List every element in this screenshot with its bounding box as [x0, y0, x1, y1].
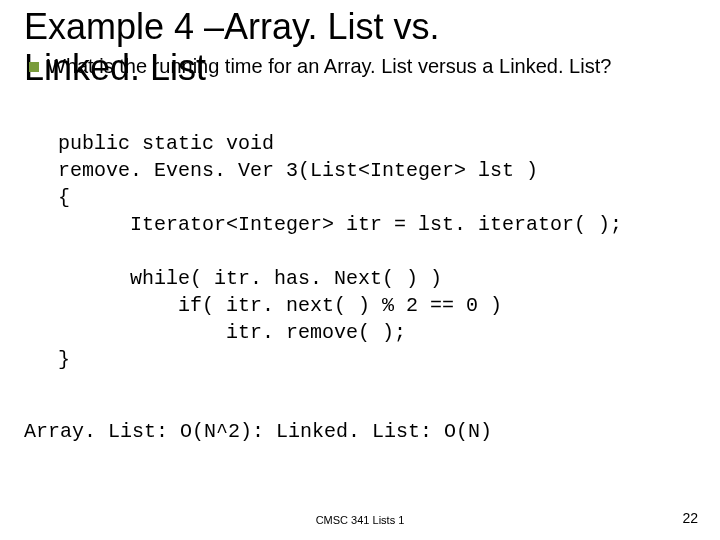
title-line-1: Example 4 –Array. List vs. [24, 6, 704, 47]
slide: Example 4 –Array. List vs. Linked. List … [0, 0, 720, 540]
code-block: public static void remove. Evens. Ver 3(… [58, 130, 622, 373]
square-bullet-icon [29, 62, 39, 72]
code-line: } [58, 348, 70, 371]
code-line: { [58, 186, 70, 209]
code-line: if( itr. next( ) % 2 == 0 ) [58, 294, 502, 317]
footer-center: CMSC 341 Lists 1 [0, 514, 720, 526]
title-line-2-wrap: Linked. List What is the running time fo… [24, 47, 704, 89]
bullet-row: What is the running time for an Array. L… [29, 55, 611, 78]
code-line: remove. Evens. Ver 3(List<Integer> lst ) [58, 159, 538, 182]
code-line: while( itr. has. Next( ) ) [58, 267, 442, 290]
bullet-text: What is the running time for an Array. L… [47, 55, 611, 78]
page-number: 22 [682, 510, 698, 526]
slide-title: Example 4 –Array. List vs. Linked. List … [24, 6, 704, 89]
code-line: itr. remove( ); [58, 321, 406, 344]
code-line: public static void [58, 132, 274, 155]
code-line: Iterator<Integer> itr = lst. iterator( )… [58, 213, 622, 236]
answer-line: Array. List: O(N^2): Linked. List: O(N) [24, 420, 492, 443]
